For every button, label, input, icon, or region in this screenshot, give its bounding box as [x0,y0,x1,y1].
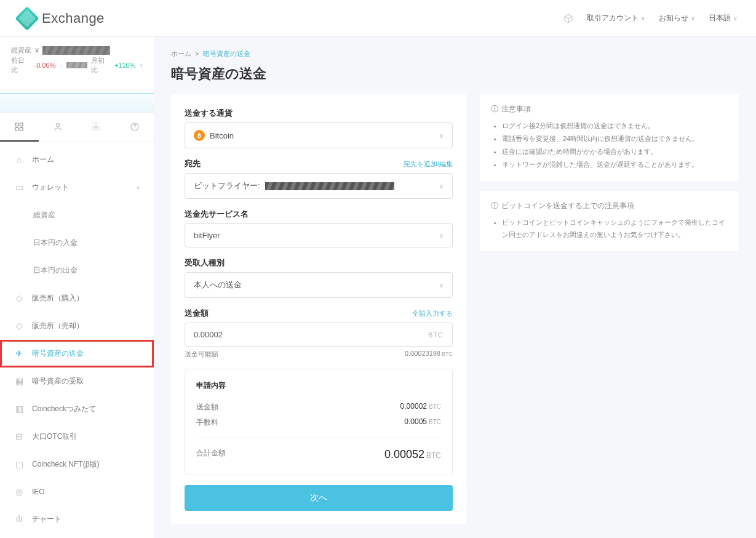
field-service: 送金先サービス名 bitFlyer ∨ [185,209,453,247]
nav-sell[interactable]: ◇販売所（売却） [0,312,154,340]
field-recipient: 受取人種別 本人への送金 ∨ [185,257,453,298]
balance-summary: 総資産 ¥ 前日比 -0.06% ↓ 月初比 +110% ↑ [0,37,154,74]
language-menu[interactable]: 日本語∨ [709,13,738,23]
truck-icon: ⊟ [14,432,25,441]
sidebar: 総資産 ¥ 前日比 -0.06% ↓ 月初比 +110% ↑ ⌂ホーム ▭ウ [0,37,154,538]
svg-rect-2 [15,127,18,130]
change-label2: 月初比 [91,56,111,74]
change-label: 前日比 [11,56,31,74]
summary-fee-value: 0.0005 [404,417,427,426]
service-value: bitFlyer [194,231,220,240]
field-amount: 送金額 全額入力する 0.00002 BTC 送金可能額 0.00023198B… [185,308,453,359]
nav-tsumitate[interactable]: ▥Coincheckつみたて [0,395,154,423]
tab-help[interactable] [116,113,154,142]
topbar: Exchange 取引アカウント∨ お知らせ∨ 日本語∨ [0,0,756,37]
info-icon: ⓘ [491,201,498,211]
brand-name: Exchange [42,10,105,26]
chart-square-icon: ▥ [14,404,25,414]
svg-point-5 [95,126,97,128]
amount-value: 0.00002 [194,330,223,339]
notice-bitcoin: ⓘビットコインを送金する上での注意事項 ビットコインとビットコインキャッシュのよ… [480,191,739,252]
wallet-icon: ▭ [14,182,25,192]
nav-wallet[interactable]: ▭ウォレット∨ [0,174,154,201]
summary-amount-value: 0.00002 [400,402,427,411]
field-destination: 宛先 宛先を追加/編集 ビットフライヤー: ∨ [185,158,453,199]
breadcrumb-current: 暗号資産の送金 [203,50,250,57]
recipient-label: 受取人種別 [185,257,225,268]
nav-send[interactable]: ✈暗号資産の送金 [0,340,154,367]
balance-label: 総資産 [11,46,31,55]
dest-prefix: ビットフライヤー: [194,180,260,191]
nav-buy[interactable]: ◇販売所（購入） [0,284,154,312]
available-unit: BTC [442,351,453,357]
svg-point-4 [56,123,59,126]
summary-total-value: 0.00052 [384,448,424,460]
logo[interactable]: Exchange [18,10,105,27]
page-title: 暗号資産の送金 [171,65,739,83]
next-button[interactable]: 次へ [185,485,453,511]
change-neg: -0.06% [34,62,56,69]
summary-title: 申請内容 [196,380,441,391]
chevron-down-icon: ∨ [439,282,444,289]
amount-input[interactable]: 0.00002 BTC [185,323,453,347]
cube-icon[interactable] [563,14,573,23]
available-value: 0.00023198 [405,350,440,357]
balance-value-redacted [42,46,110,55]
breadcrumb: ホーム > 暗号資産の送金 [171,49,739,58]
recipient-select[interactable]: 本人への送金 ∨ [185,272,453,298]
coin-icon: ◎ [14,487,25,497]
currency-select[interactable]: ₿ Bitcoin ∨ [185,122,453,148]
tab-grid[interactable] [0,113,39,142]
bitcoin-icon: ₿ [194,130,205,141]
notice-list: ビットコインとビットコインキャッシュのようにフォークで発生したコイン同士のアドレ… [491,216,728,242]
breadcrumb-home[interactable]: ホーム [171,50,191,57]
service-select[interactable]: bitFlyer ∨ [185,223,453,247]
svg-rect-0 [15,123,18,126]
info-icon: ⓘ [491,104,498,114]
nav-receive[interactable]: ▦暗号資産の受取 [0,367,154,395]
service-label: 送金先サービス名 [185,209,249,220]
tab-settings[interactable] [77,113,116,142]
nav-nft[interactable]: ▢Coincheck NFT(β版) [0,451,154,478]
sidebar-nav: ⌂ホーム ▭ウォレット∨ 総資産 日本円の入金 日本円の出金 ◇販売所（購入） … [0,142,154,537]
nav-chart[interactable]: ılıチャート [0,505,154,533]
topbar-menu: 取引アカウント∨ お知らせ∨ 日本語∨ [563,13,738,23]
chevron-down-icon: ∨ [733,15,738,22]
amount-max-link[interactable]: 全額入力する [412,309,453,318]
tab-user[interactable] [39,113,78,142]
recipient-value: 本人への送金 [194,279,242,291]
available-label: 送金可能額 [185,350,218,359]
dest-edit-link[interactable]: 宛先を追加/編集 [404,159,453,169]
chevron-down-icon: ∨ [439,132,444,139]
notice-menu[interactable]: お知らせ∨ [659,13,695,23]
currency-value: Bitcoin [210,131,234,140]
balance-sparkline [0,76,154,113]
balance-currency: ¥ [35,47,39,54]
nav-wallet-withdraw[interactable]: 日本円の出金 [0,257,154,284]
chevron-down-icon: ∨ [136,184,140,191]
chevron-down-icon: ∨ [439,232,444,239]
nav-wallet-total[interactable]: 総資産 [0,201,154,229]
package-icon: ◇ [14,321,25,331]
nav-ieo[interactable]: ◎IEO [0,478,154,505]
package-icon: ◇ [14,293,25,303]
chevron-down-icon: ∨ [439,183,444,190]
dest-address-redacted [265,182,394,190]
send-form: 送金する通貨 ₿ Bitcoin ∨ 宛先 宛先を追加/編集 ビットフライヤー: [171,94,466,524]
summary-box: 申請内容 送金額 0.00002BTC 手数料 0.0005BTC 合計金額 0… [185,369,453,475]
account-menu[interactable]: 取引アカウント∨ [587,13,645,23]
destination-select[interactable]: ビットフライヤー: ∨ [185,173,453,199]
main-content: ホーム > 暗号資産の送金 暗号資産の送金 送金する通貨 ₿ Bitcoin ∨ [154,37,756,538]
nav-otc[interactable]: ⊟大口OTC取引 [0,423,154,451]
nav-wallet-deposit[interactable]: 日本円の入金 [0,229,154,257]
currency-label: 送金する通貨 [185,108,233,119]
svg-rect-3 [20,127,23,130]
summary-total-label: 合計金額 [196,448,226,461]
chevron-down-icon: ∨ [691,15,695,22]
amount-label: 送金額 [185,308,209,319]
notice-general: ⓘ注意事項 ログイン後2分間は仮想通貨の送金はできません。 電話番号を変更後、2… [480,94,739,181]
field-currency: 送金する通貨 ₿ Bitcoin ∨ [185,108,453,148]
nav-home[interactable]: ⌂ホーム [0,146,154,174]
svg-rect-1 [20,123,23,126]
chevron-down-icon: ∨ [641,15,645,22]
